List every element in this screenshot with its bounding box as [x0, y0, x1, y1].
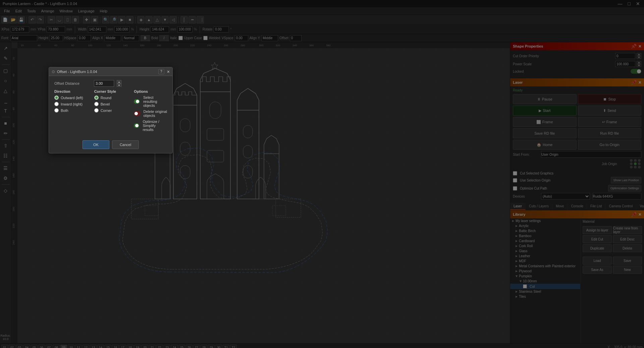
- lib-item-baltic[interactable]: ▶ Baltic Birch: [510, 228, 580, 233]
- lib-item-acrylic[interactable]: ▶ Acrylic: [510, 223, 580, 228]
- laser-close[interactable]: ×: [639, 80, 641, 85]
- paste-button[interactable]: ⌷: [64, 16, 71, 23]
- menu-arrange[interactable]: Arrange: [38, 8, 57, 14]
- node-tool[interactable]: ■: [1, 119, 10, 128]
- font-hspace-input[interactable]: [77, 35, 91, 41]
- shape-props-close[interactable]: ×: [639, 44, 641, 49]
- menu-edit[interactable]: Edit: [13, 8, 24, 14]
- welded-checkbox[interactable]: [203, 36, 208, 40]
- height-input[interactable]: [151, 26, 169, 32]
- origin-dot-tc[interactable]: [634, 159, 637, 162]
- menu-help[interactable]: Help: [97, 8, 110, 14]
- font-vspace-input[interactable]: [235, 35, 248, 41]
- origin-dot-br[interactable]: [638, 166, 641, 168]
- save-as-button[interactable]: Save As: [583, 266, 612, 274]
- align-center-button[interactable]: ━: [189, 16, 196, 23]
- home-button[interactable]: 🏠 Home: [513, 140, 577, 150]
- lib-item-pumpkin[interactable]: ▶ Pumpkin: [510, 274, 580, 279]
- text-tool[interactable]: T: [1, 106, 10, 116]
- run-rd-button[interactable]: Run RD file: [578, 128, 642, 138]
- start-button[interactable]: ▶ Start: [513, 106, 577, 116]
- inward-radio[interactable]: [54, 102, 59, 106]
- boolean-diff-button[interactable]: △: [153, 16, 161, 23]
- save-button[interactable]: Save: [613, 257, 642, 265]
- bb-tab-16[interactable]: 16: [112, 345, 119, 348]
- bb-tab-14[interactable]: 14: [97, 345, 104, 348]
- zoom-out-button[interactable]: 🔎: [110, 16, 117, 23]
- minimize-button[interactable]: —: [616, 1, 624, 6]
- new-file-button[interactable]: 📄: [1, 16, 9, 23]
- lib-item-plywood[interactable]: ▶ Plywood: [510, 269, 580, 274]
- duplicate-button[interactable]: Duplicate: [583, 244, 612, 252]
- align-right-button[interactable]: ⎹: [197, 16, 204, 23]
- lib-item-metal[interactable]: ▶ Metal Containers with Painted exterior: [510, 264, 580, 269]
- bb-tab-11[interactable]: 11: [75, 345, 82, 348]
- menu-file[interactable]: File: [1, 8, 13, 14]
- group-button[interactable]: ◁: [169, 16, 177, 23]
- origin-dot-mr[interactable]: [638, 162, 641, 165]
- lib-item-glass[interactable]: ▶ Glass: [510, 249, 580, 254]
- assign-to-layer-button[interactable]: Assign to layer: [583, 226, 612, 234]
- bb-tab-08[interactable]: 08: [53, 345, 60, 348]
- both-radio[interactable]: [54, 108, 59, 113]
- bb-tab-15[interactable]: 15: [105, 345, 111, 348]
- width-input[interactable]: [88, 26, 106, 32]
- cut-button[interactable]: ✂: [48, 16, 55, 23]
- bb-tab-05[interactable]: 05: [31, 345, 38, 348]
- origin-dot-mc[interactable]: [634, 162, 637, 165]
- close-dialog-button[interactable]: ×: [167, 69, 170, 74]
- settings-tool[interactable]: ⚙: [1, 173, 10, 183]
- go-origin-button[interactable]: Go to Origin: [578, 140, 642, 150]
- start-from-input[interactable]: [541, 151, 641, 158]
- power-scale-up[interactable]: ▲: [637, 61, 641, 64]
- xpos-input[interactable]: [11, 26, 29, 32]
- rotate-input[interactable]: [214, 26, 229, 32]
- bb-tab-29[interactable]: 29: [208, 345, 215, 348]
- bb-tab-07[interactable]: 07: [46, 345, 52, 348]
- bb-tab-01[interactable]: 01: [1, 345, 8, 348]
- bb-tab-09[interactable]: 09: [60, 345, 67, 348]
- bb-tab-21[interactable]: 21: [149, 345, 156, 348]
- bb-tab-22[interactable]: 22: [156, 345, 163, 348]
- optimize-cut-checkbox[interactable]: [513, 186, 517, 191]
- bb-tab-28[interactable]: 28: [201, 345, 207, 348]
- origin-dot-bl[interactable]: [630, 166, 633, 168]
- bb-tab-19[interactable]: 19: [134, 345, 141, 348]
- layers-tool[interactable]: ☰: [1, 163, 10, 173]
- use-selection-checkbox[interactable]: [513, 178, 517, 183]
- offset-distance-input[interactable]: [94, 80, 114, 87]
- grid-tool[interactable]: ☷: [1, 151, 10, 160]
- controller-input[interactable]: [593, 193, 642, 200]
- cut-order-down[interactable]: ▼: [637, 56, 641, 59]
- power-scale-input[interactable]: [615, 61, 635, 67]
- offset-up-button[interactable]: ▲: [117, 80, 121, 83]
- lib-item-cut[interactable]: Cut: [510, 284, 580, 289]
- font-style-input[interactable]: [122, 35, 139, 41]
- bb-tab-17[interactable]: 17: [119, 345, 126, 348]
- shape-props-pin[interactable]: 📌: [631, 44, 637, 49]
- tab-variable-text[interactable]: Variable Text: [636, 203, 644, 210]
- tab-laser[interactable]: Laser: [510, 203, 526, 210]
- close-button[interactable]: ✕: [635, 1, 641, 6]
- opt-settings-button[interactable]: Optimization Settings: [608, 185, 641, 192]
- origin-dot-tl[interactable]: [630, 159, 633, 162]
- tab-cuts-layers[interactable]: Cuts / Layers: [526, 203, 552, 210]
- devices-select[interactable]: (Auto): [541, 193, 590, 200]
- load-button[interactable]: Load: [583, 257, 612, 265]
- delete-button[interactable]: Delete: [613, 244, 642, 252]
- polygon-tool[interactable]: △: [1, 86, 10, 95]
- align-left-button[interactable]: │: [180, 16, 188, 23]
- laser-pin[interactable]: 📌: [631, 80, 637, 85]
- font-offset-input[interactable]: [290, 35, 302, 41]
- bb-tab-12[interactable]: 12: [83, 345, 89, 348]
- delete-original-toggle[interactable]: [134, 111, 140, 116]
- lib-item-10mm[interactable]: ▶ 10.00mm: [510, 279, 580, 284]
- ypos-input[interactable]: [47, 26, 65, 32]
- bb-tab-30[interactable]: 30: [215, 345, 222, 348]
- show-last-pos-button[interactable]: Show Last Position: [611, 177, 641, 184]
- lib-item-stainless[interactable]: ▶ Stainless Steel: [510, 289, 580, 294]
- bb-tab-10[interactable]: 10: [68, 345, 74, 348]
- cut-selected-checkbox[interactable]: [513, 171, 517, 176]
- frame-button-2[interactable]: ↩ Frame: [578, 117, 642, 127]
- library-pin[interactable]: 📌: [631, 212, 637, 217]
